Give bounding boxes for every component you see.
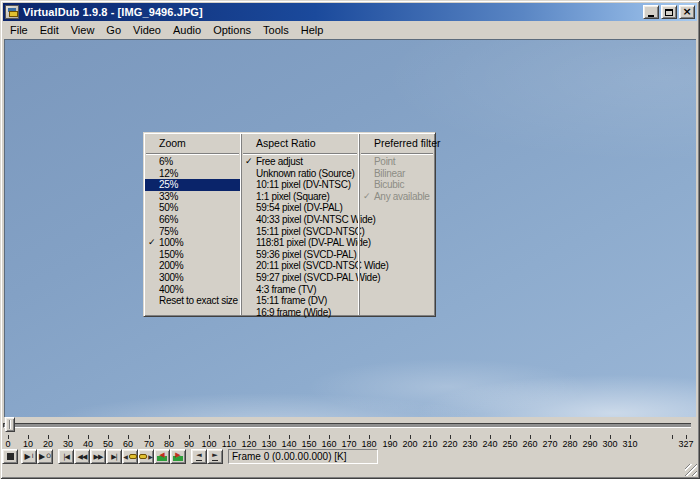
menu-item-label: 12%: [159, 168, 178, 179]
menu-item-66[interactable]: 66%: [145, 214, 240, 226]
next-keyframe-button[interactable]: ▶: [138, 449, 154, 464]
close-icon: ×: [682, 7, 691, 17]
ruler-label-50: 50: [103, 439, 113, 449]
menu-item-15-11-pixel-svcd-ntsc[interactable]: 15:11 pixel (SVCD-NTSC): [242, 226, 358, 238]
ruler-label-130: 130: [261, 439, 276, 449]
mark-in-button[interactable]: ◄: [191, 449, 207, 464]
menu-item-59-27-pixel-svcd-pal-wide[interactable]: 59:27 pixel (SVCD-PAL Wide): [242, 272, 358, 284]
prev-keyframe-button[interactable]: ◀: [122, 449, 138, 464]
menu-item-300[interactable]: 300%: [145, 272, 240, 284]
column-header-zoom: Zoom: [145, 134, 240, 153]
menu-view[interactable]: View: [65, 22, 101, 38]
ruler-label-230: 230: [462, 439, 477, 449]
go-end-button[interactable]: ▶|: [106, 449, 122, 464]
check-icon: ✓: [148, 237, 156, 247]
step-forward-icon: ▶▶: [94, 453, 103, 461]
menu-item-33[interactable]: 33%: [145, 191, 240, 203]
menu-item-118-81-pixel-dv-pal-wide[interactable]: 118:81 pixel (DV-PAL Wide): [242, 237, 358, 249]
ruler-label-260: 260: [522, 439, 537, 449]
column-header-aspect-ratio: Aspect Ratio: [242, 134, 358, 153]
ruler-label-220: 220: [442, 439, 457, 449]
ruler-label-10: 10: [23, 439, 33, 449]
minimize-icon: [648, 15, 654, 17]
title-bar[interactable]: VirtualDub 1.9.8 - [IMG_9496.JPG] ×: [3, 3, 697, 21]
menu-item-20-11-pixel-svcd-ntsc-wide[interactable]: 20:11 pixel (SVCD-NTSC Wide): [242, 260, 358, 272]
menu-go[interactable]: Go: [100, 22, 127, 38]
ruler-label-280: 280: [562, 439, 577, 449]
menu-item-label: 50%: [159, 202, 178, 213]
virtualdub-window: VirtualDub 1.9.8 - [IMG_9496.JPG] × File…: [0, 0, 700, 479]
menu-item-16-9-frame-wide[interactable]: 16:9 frame (Wide): [242, 307, 358, 319]
menu-item-label: 300%: [159, 272, 183, 283]
menu-edit[interactable]: Edit: [34, 22, 65, 38]
menu-item-label: 75%: [159, 226, 178, 237]
frame-back-button[interactable]: ◀◀: [74, 449, 90, 464]
position-slider[interactable]: [3, 417, 697, 433]
menu-options[interactable]: Options: [207, 22, 257, 38]
menu-item-any-available: ✓Any available: [360, 191, 434, 203]
menu-item-10-11-pixel-dv-ntsc[interactable]: 10:11 pixel (DV-NTSC): [242, 179, 358, 191]
slider-thumb[interactable]: [5, 417, 15, 432]
menu-item-25[interactable]: 25%: [145, 179, 240, 191]
menu-item-59-54-pixel-dv-pal[interactable]: 59:54 pixel (DV-PAL): [242, 202, 358, 214]
minimize-button[interactable]: [643, 5, 659, 19]
ruler-label-300: 300: [602, 439, 617, 449]
menu-item-label: 400%: [159, 284, 183, 295]
menu-item-12[interactable]: 12%: [145, 168, 240, 180]
check-icon: ✓: [363, 191, 371, 201]
ruler-label-310: 310: [622, 439, 637, 449]
ruler-label-90: 90: [184, 439, 194, 449]
menu-item-bilinear: Bilinear: [360, 168, 434, 180]
menu-item-15-11-frame-dv[interactable]: 15:11 frame (DV): [242, 295, 358, 307]
menu-item-6[interactable]: 6%: [145, 156, 240, 168]
maximize-icon: [665, 9, 673, 16]
menu-item-reset-to-exact-size[interactable]: Reset to exact size: [145, 295, 240, 307]
prev-scene-button[interactable]: ◀: [154, 449, 170, 464]
ruler-label-100: 100: [201, 439, 216, 449]
frame-forward-button[interactable]: ▶▶: [90, 449, 106, 464]
maximize-button[interactable]: [661, 5, 677, 19]
menu-item-100[interactable]: ✓100%: [145, 237, 240, 249]
ruler-label-80: 80: [164, 439, 174, 449]
step-back-icon: ◀◀: [78, 453, 87, 461]
menu-item-unknown-ratio-source[interactable]: Unknown ratio (Source): [242, 168, 358, 180]
menu-item-label: Any available: [374, 191, 430, 202]
menu-item-label: 66%: [159, 214, 178, 225]
stop-button[interactable]: [2, 449, 18, 464]
prev-keyframe-icon: ◀: [123, 453, 137, 460]
next-scene-button[interactable]: ▶: [170, 449, 186, 464]
menu-item-label: Free adjust: [256, 156, 303, 167]
play-output-button[interactable]: ▶O: [37, 449, 53, 464]
menu-item-label: 4:3 frame (TV): [256, 284, 316, 295]
menu-audio[interactable]: Audio: [167, 22, 207, 38]
menu-file[interactable]: File: [4, 22, 34, 38]
context-menu: Zoom6%12%25%33%50%66%75%✓100%150%200%300…: [143, 132, 436, 317]
menu-item-point: Point: [360, 156, 434, 168]
ruler-label-140: 140: [281, 439, 296, 449]
ruler-label-20: 20: [43, 439, 53, 449]
menu-item-75[interactable]: 75%: [145, 226, 240, 238]
menu-help[interactable]: Help: [295, 22, 330, 38]
mark-out-button[interactable]: ►: [207, 449, 223, 464]
menu-video[interactable]: Video: [127, 22, 167, 38]
menu-item-label: 16:9 frame (Wide): [256, 307, 331, 318]
close-button[interactable]: ×: [679, 5, 695, 19]
play-input-icon: ▶I: [25, 453, 34, 461]
menu-column-zoom: Zoom6%12%25%33%50%66%75%✓100%150%200%300…: [145, 134, 240, 315]
menu-item-label: 59:36 pixel (SVCD-PAL): [256, 249, 356, 260]
slider-track[interactable]: [3, 423, 691, 428]
menu-item-40-33-pixel-dv-ntsc-wide[interactable]: 40:33 pixel (DV-NTSC Wide): [242, 214, 358, 226]
menu-item-150[interactable]: 150%: [145, 249, 240, 261]
menu-item-4-3-frame-tv[interactable]: 4:3 frame (TV): [242, 284, 358, 296]
menu-item-free-adjust[interactable]: ✓Free adjust: [242, 156, 358, 168]
resize-grip-icon[interactable]: [685, 464, 697, 476]
play-output-icon: ▶O: [39, 453, 51, 461]
go-start-button[interactable]: |◀: [58, 449, 74, 464]
menu-item-1-1-pixel-square[interactable]: 1:1 pixel (Square): [242, 191, 358, 203]
menu-tools[interactable]: Tools: [257, 22, 295, 38]
menu-item-59-36-pixel-svcd-pal[interactable]: 59:36 pixel (SVCD-PAL): [242, 249, 358, 261]
menu-item-200[interactable]: 200%: [145, 260, 240, 272]
play-input-button[interactable]: ▶I: [21, 449, 37, 464]
menu-item-50[interactable]: 50%: [145, 202, 240, 214]
menu-item-400[interactable]: 400%: [145, 284, 240, 296]
